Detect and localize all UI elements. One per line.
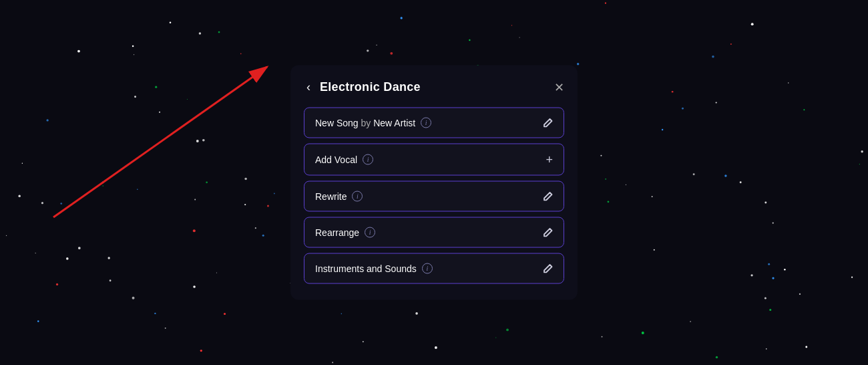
- info-icon-rewrite[interactable]: i: [352, 191, 363, 202]
- item-left: Rearrange i: [315, 227, 375, 238]
- list-item-rewrite[interactable]: Rewrite i: [304, 181, 564, 212]
- list-item-instruments[interactable]: Instruments and Sounds i: [304, 253, 564, 284]
- info-icon-rearrange[interactable]: i: [365, 227, 375, 238]
- item-left: Add Vocal i: [315, 154, 373, 165]
- modal-header: ‹ Electronic Dance ✕: [304, 79, 564, 96]
- pencil-icon-rearrange: [544, 228, 553, 237]
- item-label-add-vocal: Add Vocal: [315, 154, 357, 165]
- red-arrow: [40, 53, 294, 227]
- item-label-instruments: Instruments and Sounds: [315, 263, 417, 274]
- info-icon-instruments[interactable]: i: [422, 263, 433, 274]
- list-item-rearrange[interactable]: Rearrange i: [304, 217, 564, 248]
- back-button[interactable]: ‹: [304, 79, 313, 96]
- svg-line-1: [53, 67, 267, 217]
- pencil-icon-rewrite: [544, 192, 553, 201]
- item-left: New Song by New Artist i: [315, 118, 431, 128]
- modal-panel: ‹ Electronic Dance ✕ New Song by New Art…: [290, 66, 578, 300]
- info-icon-new-song[interactable]: i: [421, 118, 431, 128]
- list-item-add-vocal[interactable]: Add Vocal i +: [304, 144, 564, 176]
- pencil-icon-new-song: [544, 118, 553, 128]
- close-button[interactable]: ✕: [554, 81, 564, 93]
- item-label-new-song: New Song by New Artist: [315, 118, 415, 128]
- item-list: New Song by New Artist i Add Vocal i + R…: [304, 108, 564, 284]
- list-item-new-song[interactable]: New Song by New Artist i: [304, 108, 564, 138]
- header-left: ‹ Electronic Dance: [304, 79, 421, 96]
- modal-title: Electronic Dance: [320, 80, 421, 94]
- info-icon-add-vocal[interactable]: i: [363, 154, 373, 165]
- plus-icon-add-vocal: +: [546, 154, 553, 166]
- pencil-icon-instruments: [544, 264, 553, 273]
- item-label-rearrange: Rearrange: [315, 227, 359, 238]
- item-left: Rewrite i: [315, 191, 363, 202]
- item-left: Instruments and Sounds i: [315, 263, 433, 274]
- item-label-rewrite: Rewrite: [315, 191, 347, 202]
